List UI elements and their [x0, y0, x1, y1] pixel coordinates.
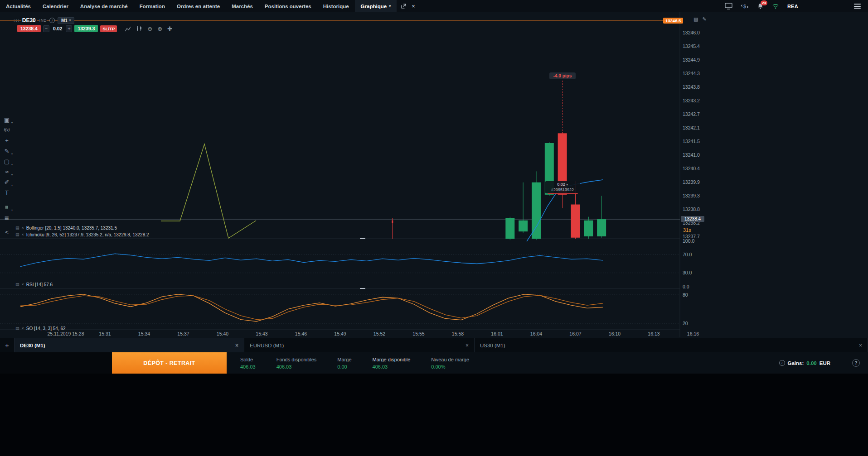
wave-tool[interactable]: ≈▾ [0, 167, 14, 176]
volume-decrease-button[interactable]: − [43, 25, 49, 32]
close-tab-icon[interactable]: × [466, 342, 469, 349]
indicator-settings-icon[interactable]: ▤ [15, 282, 19, 287]
nav-tab-historique[interactable]: Historique [317, 0, 355, 12]
add-chart-tab-button[interactable]: + [0, 338, 15, 352]
xstation-window: ActualitésCalendrierAnalyse de marchéFor… [0, 0, 868, 374]
text-tool-glyph: T [5, 189, 9, 196]
pan-icon[interactable]: ✚ [167, 25, 172, 32]
monitor-icon[interactable] [725, 3, 732, 10]
status-field-label: Solde [240, 357, 256, 362]
channel-tool[interactable]: ✐▾ [0, 178, 14, 187]
shape-tool[interactable]: ▢▾ [0, 157, 14, 166]
nav-tab-calendrier[interactable]: Calendrier [37, 0, 74, 12]
gains-label: Gains: [788, 360, 804, 366]
indicator-remove-icon[interactable]: × [22, 232, 24, 237]
trendline-tool-icon[interactable] [125, 26, 131, 32]
nav-tab-analyse-de-marche[interactable]: Analyse de marché [74, 0, 134, 12]
candle-body [571, 205, 580, 238]
sltp-button[interactable]: SL/TP [100, 25, 117, 32]
function-tool[interactable]: f(x) [0, 125, 14, 134]
close-tab-icon[interactable]: × [235, 342, 238, 349]
nav-tab-graphique[interactable]: Graphique▾ [355, 0, 397, 12]
candle-countdown: 31s [683, 227, 691, 233]
time-axis-label: 15:58 [452, 331, 464, 336]
open-in-window-icon[interactable] [401, 4, 406, 9]
volume-value[interactable]: 0.02 [52, 26, 63, 31]
buy-button[interactable]: 13239.3 [74, 25, 98, 32]
close-chart-tab-icon[interactable]: × [412, 0, 415, 12]
close-tab-icon[interactable]: × [859, 342, 862, 349]
gains-currency: EUR [820, 360, 830, 366]
indicators-tool[interactable]: ≡▾ [0, 202, 14, 211]
pointer-tool-glyph: ▣ [4, 116, 10, 123]
market-type-tag: IND [39, 18, 47, 23]
pointer-tool[interactable]: ▣▾ [0, 115, 14, 124]
gains-info-icon[interactable]: i [779, 360, 785, 366]
help-button[interactable]: ? [852, 359, 860, 367]
indicator-remove-icon[interactable]: × [22, 326, 24, 331]
add-tool[interactable]: + [0, 136, 14, 145]
rsi-axis-label: 30.0 [683, 270, 692, 275]
last-price-badge: 13238.4 [681, 216, 704, 222]
menu-icon[interactable] [854, 3, 861, 10]
chart-tab-bar: + DE30 (M1)×EURUSD (M1)×US30 (M1)× [0, 338, 868, 352]
text-tool[interactable]: T [0, 188, 14, 197]
indicator-label: SO [14, 3, 3] 54, 62 [26, 326, 66, 331]
drag-handle-icon[interactable]: ∷∷ [14, 18, 19, 23]
time-axis-label: 16:13 [648, 331, 659, 336]
time-axis-label: 16:01 [491, 331, 503, 336]
nav-tab-formation[interactable]: Formation [134, 0, 171, 12]
chevron-down-icon: ▾ [11, 152, 13, 155]
position-marker[interactable]: 0.02▾ #209513922 [545, 181, 580, 193]
chevron-down-icon: ▾ [11, 183, 13, 187]
price-chart-canvas[interactable]: 13246.013245.413244.913244.313243.813243… [0, 0, 868, 374]
account-fields: Solde406.03Fonds disponibles406.03Marge0… [240, 357, 469, 370]
time-axis-label: 15:49 [334, 331, 346, 336]
notifications-bell-icon[interactable]: 23 [757, 3, 764, 10]
nav-tab-marches[interactable]: Marchés [226, 0, 259, 12]
chart-tab-de30-m1[interactable]: DE30 (M1)× [15, 338, 244, 352]
sell-button[interactable]: 13238.4 [17, 25, 41, 32]
timeframe-dropdown[interactable]: M1 ▾ [58, 17, 74, 24]
indicator-remove-icon[interactable]: × [22, 226, 24, 230]
zoom-in-icon[interactable]: ⊕ [157, 25, 162, 32]
payments-icon[interactable]: $ [741, 3, 749, 10]
stochastic-k-line [20, 294, 603, 322]
zoom-out-icon[interactable]: ⊖ [147, 25, 152, 32]
nav-tab-actualites[interactable]: Actualités [0, 0, 37, 12]
notification-badge: 23 [761, 0, 767, 5]
indicator-remove-icon[interactable]: × [22, 282, 24, 287]
volume-increase-button[interactable]: + [66, 25, 72, 32]
nav-tab-positions-ouvertes[interactable]: Positions ouvertes [259, 0, 317, 12]
price-axis-label: 13237.7 [683, 234, 700, 239]
rsi-axis-label: 100.0 [683, 238, 694, 244]
nav-tab-ordres-en-attente[interactable]: Ordres en attente [171, 0, 226, 12]
rsi-line [20, 254, 603, 266]
indicator-settings-icon[interactable]: ▤ [15, 326, 19, 331]
indicator-settings-icon[interactable]: ▤ [15, 226, 19, 230]
chart-edit-icon[interactable]: ✎ [702, 16, 706, 22]
status-field-marge: Marge0.00 [337, 357, 351, 370]
chart-tab-label: US30 (M1) [480, 343, 855, 348]
status-field-value: 0.00 [337, 364, 351, 370]
chart-corner-actions: ▤ ✎ [693, 16, 707, 22]
share-tool[interactable]: < [0, 227, 14, 236]
deposit-withdraw-button[interactable]: DÉPÔT - RETRAIT [112, 352, 227, 374]
indicator-settings-icon[interactable]: ▤ [15, 232, 19, 237]
zigzag-indicator-line [161, 144, 256, 238]
price-axis-label: 13240.4 [683, 166, 700, 171]
chart-toolbar: ⊖ ⊕ ✚ [125, 25, 172, 32]
info-icon[interactable]: i [49, 18, 55, 23]
connection-wifi-icon[interactable] [772, 3, 779, 9]
pencil-tool[interactable]: ✎▾ [0, 146, 14, 155]
time-axis-label: 15:55 [412, 331, 424, 336]
indicator-legend-so: ▤ × SO [14, 3, 3] 54, 62 [15, 326, 66, 331]
chart-tab-us30-m1[interactable]: US30 (M1)× [475, 338, 868, 352]
chart-layout-icon[interactable]: ▤ [693, 16, 698, 22]
statusbar-spacer [0, 352, 112, 374]
chart-type-icon[interactable] [136, 26, 142, 32]
status-field-label: Marge disponible [373, 357, 411, 362]
indicator-label: Bollinger [20, 1.5] 13240.0, 13235.7, 13… [26, 226, 117, 230]
objects-tool[interactable]: ≣ [0, 213, 14, 222]
chart-tab-eurusd-m1[interactable]: EURUSD (M1)× [244, 338, 475, 352]
